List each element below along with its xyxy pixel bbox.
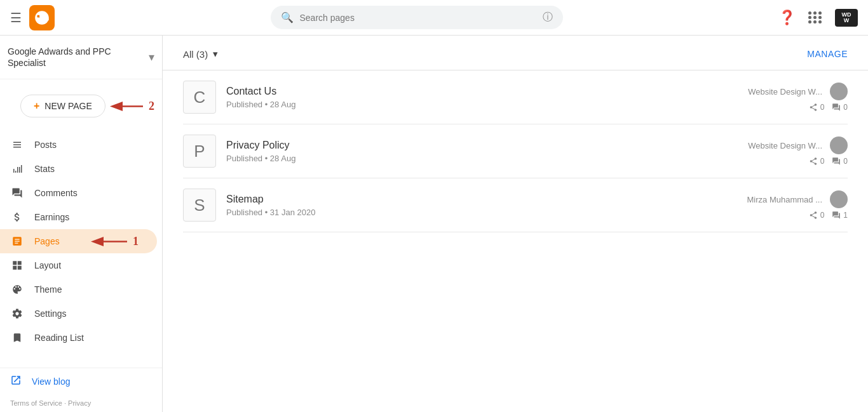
page-icon-c: C [183, 81, 216, 114]
page-stats: Website Design W... 0 0 [748, 136, 848, 166]
dropdown-chevron-icon: ▾ [213, 48, 218, 60]
view-blog-icon [10, 375, 22, 388]
topbar: ☰ 🔍 ⓘ ❓ WDW [0, 0, 868, 36]
blog-selector[interactable]: Google Adwards and PPC Specialist ▾ [0, 36, 162, 79]
footer-links: Terms of Service · Privacy [0, 394, 162, 412]
page-status: Published • 28 Aug [226, 100, 738, 109]
comment-stat: 1 [832, 211, 848, 220]
share-icon [809, 157, 818, 166]
stats-icon [10, 163, 24, 175]
filter-label: All (3) [183, 49, 208, 60]
main-layout: Google Adwards and PPC Specialist ▾ + NE… [0, 36, 868, 412]
comment-count: 0 [843, 157, 848, 166]
topbar-right: ❓ WDW [778, 9, 858, 27]
apps-icon[interactable] [808, 11, 822, 23]
sidebar-item-theme[interactable]: Theme [0, 277, 157, 302]
comment-stat: 0 [832, 157, 848, 166]
page-stats: Mirza Muhammad ... 0 1 [747, 190, 848, 220]
page-stats: Website Design W... 0 0 [748, 83, 848, 112]
chevron-down-icon: ▾ [149, 50, 154, 64]
sidebar-item-label: Theme [34, 284, 62, 295]
topbar-center: 🔍 ⓘ [55, 6, 778, 29]
user-logo-text: WDW [842, 12, 851, 23]
info-icon[interactable]: ⓘ [543, 11, 553, 24]
sidebar-item-label: Settings [34, 309, 67, 319]
hamburger-icon[interactable]: ☰ [10, 10, 22, 25]
author-row: Website Design W... [748, 83, 848, 100]
author-row: Mirza Muhammad ... [747, 190, 848, 208]
author-row: Website Design W... [748, 136, 848, 154]
share-stat: 0 [809, 157, 825, 166]
author-name: Mirza Muhammad ... [747, 195, 822, 204]
search-bar[interactable]: 🔍 ⓘ [271, 6, 563, 29]
page-info: Privacy Policy Published • 28 Aug [226, 140, 738, 163]
comments-icon [10, 187, 24, 199]
share-stat: 0 [809, 103, 825, 112]
share-icon [809, 211, 818, 220]
topbar-left: ☰ [10, 5, 55, 30]
sidebar-item-label: Pages [34, 236, 60, 246]
new-page-label: NEW PAGE [44, 101, 92, 111]
page-info: Contact Us Published • 28 Aug [226, 86, 738, 109]
share-icon [809, 103, 818, 112]
sidebar-item-label: Comments [34, 188, 78, 198]
pages-list: C Contact Us Published • 28 Aug Website … [163, 70, 868, 232]
filter-dropdown[interactable]: All (3) ▾ [183, 48, 218, 60]
table-row: S Sitemap Published • 31 Jan 2020 Mirza … [183, 178, 848, 232]
sidebar-item-settings[interactable]: Settings [0, 302, 157, 326]
sidebar-item-label: Stats [34, 164, 55, 174]
share-count: 0 [820, 103, 825, 112]
sidebar-item-pages[interactable]: Pages [0, 229, 157, 253]
page-status: Published • 31 Jan 2020 [226, 208, 737, 217]
content-area: All (3) ▾ MANAGE C Contact Us Published … [163, 36, 868, 412]
page-title: Privacy Policy [226, 140, 738, 151]
sidebar-item-label: Reading List [34, 333, 84, 343]
blogger-icon [34, 10, 50, 26]
avatar [830, 136, 848, 154]
sidebar-item-stats[interactable]: Stats [0, 157, 157, 181]
plus-icon: + [34, 100, 39, 112]
page-status: Published • 28 Aug [226, 154, 738, 163]
search-input[interactable] [300, 13, 536, 23]
sidebar: Google Adwards and PPC Specialist ▾ + NE… [0, 36, 163, 412]
comment-icon [832, 103, 841, 112]
author-name: Website Design W... [748, 141, 822, 150]
blogger-logo[interactable] [29, 5, 55, 30]
user-logo[interactable]: WDW [835, 9, 858, 27]
annotation-2: 2 [149, 100, 154, 113]
content-header: All (3) ▾ MANAGE [163, 36, 868, 70]
comment-icon [832, 211, 841, 220]
comment-icon [832, 157, 841, 166]
arrow2-svg [108, 100, 146, 112]
page-title: Sitemap [226, 194, 737, 205]
sidebar-item-label: Posts [34, 140, 57, 150]
new-page-button[interactable]: + NEW PAGE [20, 95, 105, 117]
layout-icon [10, 260, 24, 271]
manage-button[interactable]: MANAGE [807, 49, 848, 59]
share-stat: 0 [809, 211, 825, 220]
stats-counts: 0 0 [809, 157, 848, 166]
page-icon-p: P [183, 135, 216, 168]
view-blog-label: View blog [32, 376, 70, 387]
table-row: C Contact Us Published • 28 Aug Website … [183, 70, 848, 124]
share-count: 0 [820, 211, 825, 220]
sidebar-item-layout[interactable]: Layout [0, 253, 157, 277]
settings-icon [10, 308, 24, 319]
view-blog-link[interactable]: View blog [0, 368, 162, 394]
sidebar-item-posts[interactable]: Posts [0, 133, 157, 157]
sidebar-item-comments[interactable]: Comments [0, 181, 157, 205]
avatar [830, 190, 848, 208]
search-icon: 🔍 [281, 11, 294, 23]
sidebar-item-earnings[interactable]: Earnings [0, 205, 157, 229]
sidebar-item-label: Earnings [34, 212, 69, 222]
comment-count: 1 [843, 211, 848, 220]
page-info: Sitemap Published • 31 Jan 2020 [226, 194, 737, 217]
help-icon[interactable]: ❓ [778, 10, 796, 26]
avatar [830, 83, 848, 100]
sidebar-item-reading-list[interactable]: Reading List [0, 326, 157, 350]
pages-icon [10, 236, 24, 247]
page-icon-s: S [183, 189, 216, 222]
comment-stat: 0 [832, 103, 848, 112]
page-title: Contact Us [226, 86, 738, 97]
blog-name: Google Adwards and PPC Specialist [8, 46, 149, 69]
